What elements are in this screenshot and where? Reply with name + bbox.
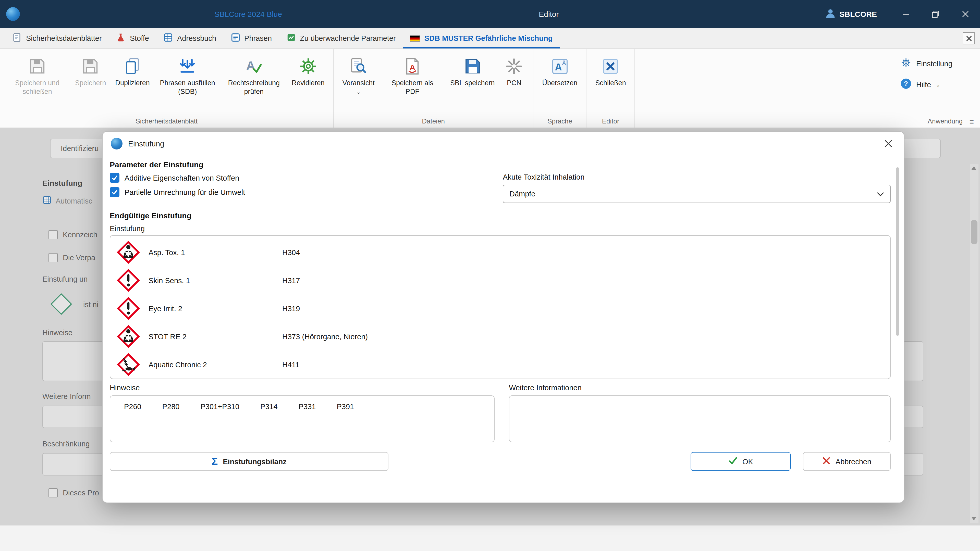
svg-text:Ä: Ä bbox=[562, 60, 566, 66]
window-title: Editor bbox=[539, 10, 558, 18]
additive-checkbox[interactable]: Additive Eigenschaften von Stoffen bbox=[110, 173, 503, 183]
ribbon-group-dateien: Voransicht ⌄ A Speichern als PDF SBL spe… bbox=[334, 49, 534, 127]
classification-name: Skin Sens. 1 bbox=[148, 276, 282, 284]
weitere-informationen-input[interactable] bbox=[509, 395, 891, 442]
svg-text:A: A bbox=[246, 59, 255, 73]
p-phrase[interactable]: P314 bbox=[260, 403, 278, 411]
classification-name: Aquatic Chronic 2 bbox=[148, 360, 282, 368]
ribbon: Speichern und schließen Speichern Dupliz… bbox=[0, 49, 980, 128]
pcn-button[interactable]: PCN bbox=[500, 54, 529, 90]
p-phrase[interactable]: P280 bbox=[162, 403, 180, 411]
pcn-asterisk-icon bbox=[504, 56, 525, 76]
weitere-column: Weitere Informationen bbox=[509, 384, 891, 442]
p-phrase[interactable]: P260 bbox=[124, 403, 142, 411]
tab-close-button[interactable] bbox=[963, 32, 975, 44]
classification-code: H319 bbox=[282, 304, 300, 313]
inhalation-select[interactable]: Dämpfe bbox=[503, 185, 891, 203]
red-x-icon bbox=[822, 457, 830, 466]
app-logo-icon bbox=[6, 7, 20, 21]
inhalation-label: Akute Toxizität Inhalation bbox=[503, 173, 891, 181]
ribbon-group-sprache: AÄ Übersetzen Sprache bbox=[534, 49, 587, 127]
save-sbl-button[interactable]: SBL speichern bbox=[445, 54, 500, 90]
classification-code: H373 (Hörorgane, Nieren) bbox=[282, 332, 368, 341]
group-label: Sicherheitsdatenblatt bbox=[0, 118, 333, 125]
tab-parameter[interactable]: Zu überwachende Parameter bbox=[279, 28, 403, 48]
save-icon bbox=[80, 56, 101, 76]
hinweise-column: Hinweise P260 P280 P301+P310 P314 P331 P… bbox=[110, 384, 495, 442]
translate-button[interactable]: AÄ Übersetzen bbox=[538, 54, 582, 90]
ghs07-exclamation-icon bbox=[116, 297, 140, 321]
checkbox-checked bbox=[110, 173, 119, 183]
tab-sicherheitsdatenblaetter[interactable]: Sicherheitsdatenblätter bbox=[5, 28, 109, 48]
tabbar: Sicherheitsdatenblätter Stoffe Adressbuc… bbox=[0, 28, 980, 49]
cancel-button[interactable]: Abbrechen bbox=[803, 452, 891, 471]
spellcheck-button[interactable]: A Rechtschreibung prüfen bbox=[221, 54, 287, 98]
minimize-button[interactable] bbox=[891, 0, 921, 28]
user-label: SBLCORE bbox=[839, 10, 877, 18]
statusbar bbox=[0, 525, 980, 551]
close-x-icon bbox=[600, 56, 621, 76]
preview-button[interactable]: Voransicht ⌄ bbox=[338, 54, 379, 95]
close-editor-button[interactable]: Schließen bbox=[591, 54, 631, 90]
chevron-down-icon bbox=[877, 190, 884, 198]
tab-adressbuch[interactable]: Adressbuch bbox=[156, 28, 223, 48]
tab-phrasen[interactable]: Phrasen bbox=[223, 28, 279, 48]
final-heading: Endgültige Einstufung bbox=[110, 211, 891, 220]
duplicate-icon bbox=[122, 56, 143, 76]
restore-button[interactable] bbox=[921, 0, 950, 28]
svg-text:A: A bbox=[410, 63, 415, 71]
menu-icon[interactable]: ≡ bbox=[969, 118, 974, 126]
fill-phrases-button[interactable]: Phrasen ausfüllen (SDB) bbox=[154, 54, 221, 98]
save-as-pdf-button[interactable]: A Speichern als PDF bbox=[379, 54, 445, 98]
einstufungsbilanz-button[interactable]: Σ Einstufungsbilanz bbox=[110, 452, 388, 471]
flask-icon bbox=[116, 33, 126, 44]
chevron-down-icon: ⌄ bbox=[356, 90, 361, 94]
sbl-save-icon bbox=[462, 56, 483, 76]
dialog-titlebar: Einstufung bbox=[103, 132, 904, 155]
p-phrases-box[interactable]: P260 P280 P301+P310 P314 P331 P391 bbox=[110, 395, 495, 442]
classification-row[interactable]: STOT RE 2 H373 (Hörorgane, Nieren) bbox=[110, 322, 890, 351]
german-flag-icon bbox=[410, 35, 420, 41]
p-phrase[interactable]: P301+P310 bbox=[200, 403, 239, 411]
classification-code: H317 bbox=[282, 276, 300, 284]
classification-list[interactable]: Asp. Tox. 1 H304 Skin Sens. 1 H317 Eye I… bbox=[110, 235, 891, 379]
document-list-icon bbox=[12, 33, 22, 44]
tab-label: Stoffe bbox=[130, 34, 149, 42]
classification-row[interactable]: Asp. Tox. 1 H304 bbox=[110, 238, 890, 266]
tab-stoffe[interactable]: Stoffe bbox=[109, 28, 156, 48]
ok-button[interactable]: OK bbox=[690, 452, 791, 471]
fill-phrases-icon bbox=[177, 56, 198, 76]
save-button[interactable]: Speichern bbox=[70, 54, 111, 90]
checkbox-checked bbox=[110, 187, 119, 197]
tab-label: Sicherheitsdatenblätter bbox=[26, 34, 102, 42]
address-book-icon bbox=[163, 33, 173, 44]
monitored-parameters-icon bbox=[286, 33, 296, 44]
classification-row[interactable]: Aquatic Chronic 2 H411 bbox=[110, 351, 890, 379]
settings-button[interactable]: Einstellung bbox=[900, 57, 953, 70]
ghs08-health-hazard-icon bbox=[116, 324, 140, 348]
classification-row[interactable]: Skin Sens. 1 H317 bbox=[110, 266, 890, 294]
close-window-button[interactable] bbox=[950, 0, 980, 28]
p-phrase[interactable]: P331 bbox=[299, 403, 316, 411]
classification-row[interactable]: Eye Irrit. 2 H319 bbox=[110, 294, 890, 322]
ribbon-group-editor: Schließen Editor bbox=[587, 49, 635, 127]
revise-button[interactable]: Revidieren bbox=[287, 54, 329, 90]
application-window: SBLCore 2024 Blue Editor SBLCORE bbox=[0, 0, 980, 551]
tab-sdb-muster[interactable]: SDB MUSTER Gefährliche Mischung bbox=[403, 28, 560, 48]
p-phrase[interactable]: P391 bbox=[337, 403, 354, 411]
save-and-close-button[interactable]: Speichern und schließen bbox=[4, 54, 70, 98]
partial-conversion-checkbox[interactable]: Partielle Umrechnung für die Umwelt bbox=[110, 187, 503, 197]
app-name: SBLCore 2024 Blue bbox=[215, 10, 282, 18]
einstufung-list-label: Einstufung bbox=[110, 224, 891, 233]
dialog-scrollbar-thumb[interactable] bbox=[896, 167, 899, 336]
user-account[interactable]: SBLCORE bbox=[825, 8, 877, 20]
help-button[interactable]: ? Hilfe ⌄ bbox=[900, 78, 940, 91]
duplicate-button[interactable]: Duplizieren bbox=[111, 54, 154, 90]
help-icon: ? bbox=[900, 78, 912, 91]
ribbon-group-anwendung: Einstellung ? Hilfe ⌄ Anwendung ≡ bbox=[892, 49, 980, 127]
tab-label: Adressbuch bbox=[177, 34, 216, 42]
classification-code: H304 bbox=[282, 248, 300, 256]
dialog-close-button[interactable] bbox=[880, 136, 896, 151]
check-icon bbox=[728, 456, 737, 467]
parameter-checkboxes: Additive Eigenschaften von Stoffen Parti… bbox=[110, 173, 503, 203]
